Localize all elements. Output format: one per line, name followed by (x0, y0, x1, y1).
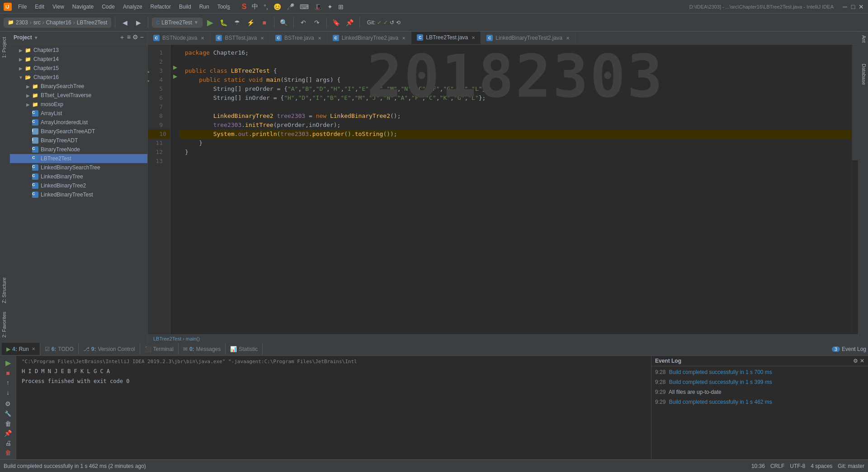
project-tool-window[interactable]: 1: Project (0, 33, 9, 61)
messages-tab[interactable]: ✉ 0: Messages (179, 343, 226, 355)
tree-item-binarysearchtree[interactable]: ▶ 📁 BinarySearchTree (10, 82, 147, 91)
tree-item-chapter13[interactable]: ▶ 📁 Chapter13 (10, 46, 147, 55)
event-log-tab-right[interactable]: 3 Event Log (832, 346, 866, 352)
tab-bsttest[interactable]: C BSTTest.java ✕ (210, 32, 270, 44)
minimize-button[interactable]: ─ (842, 4, 848, 10)
stop-button[interactable]: ■ (259, 17, 270, 28)
run-filter-button[interactable]: 🔧 (3, 410, 14, 418)
bookmark-button[interactable]: 🔖 (330, 17, 342, 28)
run-pin-button[interactable]: 📌 (3, 429, 14, 437)
menu-analyze[interactable]: Analyze (119, 3, 146, 11)
close-run-tab[interactable]: ✕ (32, 346, 35, 351)
breadcrumb-2303[interactable]: 2303 (16, 19, 28, 26)
run-stop-button[interactable]: ■ (3, 369, 14, 377)
tree-item-chapter16[interactable]: ▼ 📂 Chapter16 (10, 73, 147, 82)
tree-item-mosoexp[interactable]: ▶ 📁 mosoExp (10, 100, 147, 109)
tree-item-btset[interactable]: ▶ 📁 BTset_LevelTraverse (10, 91, 147, 100)
tree-item-arraylist[interactable]: C ArrayList (10, 109, 147, 118)
menu-refactor[interactable]: Refactor (147, 3, 175, 11)
dropdown-icon[interactable]: ▼ (34, 35, 38, 40)
statusbar-charset[interactable]: UTF-8 (790, 463, 805, 469)
statusbar-git[interactable]: Git: master (838, 463, 864, 469)
statusbar-line-ending[interactable]: CRLF (770, 463, 784, 469)
tab-bstree[interactable]: C BSTree.java ✕ (270, 32, 327, 44)
menu-edit[interactable]: Edit (31, 3, 48, 11)
layout-icon[interactable]: ≡ (127, 33, 131, 42)
close-button[interactable]: ✕ (858, 4, 864, 10)
breadcrumb-class[interactable]: LBTree2Test (153, 336, 181, 341)
database-tool-window[interactable]: Database (859, 60, 868, 89)
tree-item-chapter15[interactable]: ▶ 📁 Chapter15 (10, 64, 147, 73)
event-link-2[interactable]: Build completed successfully in 1 s 399 … (669, 379, 772, 385)
forward-button[interactable]: ▶ (132, 17, 144, 28)
run-start-button[interactable]: ▶ (3, 359, 14, 367)
redo-button[interactable]: ↷ (311, 17, 323, 28)
run-scroll-up[interactable]: ↑ (3, 379, 14, 387)
structure-tool-window[interactable]: Z: Structure (0, 274, 9, 307)
tab-bstnode[interactable]: C BSTNode.java ✕ (148, 32, 210, 44)
gutter-run-4[interactable]: ▶ (170, 72, 179, 81)
menu-tools[interactable]: Tools (214, 3, 234, 11)
event-link-4[interactable]: Build completed successfully in 1 s 462 … (669, 399, 772, 405)
menu-run[interactable]: Run (196, 3, 213, 11)
run-tab[interactable]: ▶ 4: Run ✕ (2, 343, 40, 355)
tree-item-binarysearchtreeadt[interactable]: I BinarySearchTreeADT (10, 127, 147, 136)
close-tab-bsttest[interactable]: ✕ (260, 36, 264, 41)
run-trash-button[interactable]: 🗑 (3, 449, 14, 457)
editor-scrollbar[interactable] (852, 45, 858, 334)
add-icon[interactable]: ＋ (119, 33, 125, 42)
gutter-run-3[interactable]: ▶ (170, 63, 179, 72)
close-tab-bstnode[interactable]: ✕ (201, 36, 204, 41)
run-button[interactable]: ▶ (204, 17, 216, 28)
collapse-icon[interactable]: − (140, 33, 144, 42)
event-link-1[interactable]: Build completed successfully in 1 s 700 … (669, 369, 772, 375)
profile-button[interactable]: ⚡ (245, 17, 257, 28)
code-editor[interactable]: package Chapter16; public class LBTree2T… (179, 45, 852, 334)
git-checkmark-2[interactable]: ✓ (383, 19, 388, 26)
maximize-button[interactable]: □ (850, 4, 856, 10)
tab-linkedbinarytree2[interactable]: C LinkedBinaryTree2.java ✕ (327, 32, 412, 44)
git-sync[interactable]: ↺ (390, 19, 394, 26)
run-scroll-down[interactable]: ↓ (3, 388, 14, 397)
menu-navigate[interactable]: Navigate (69, 3, 97, 11)
statistic-tab[interactable]: 📊 Statistic (226, 343, 263, 355)
back-button[interactable]: ◀ (119, 17, 131, 28)
close-tab-lbt2[interactable]: ✕ (402, 36, 406, 41)
undo-button[interactable]: ↶ (297, 17, 309, 28)
debug-button[interactable]: 🐛 (218, 17, 230, 28)
statusbar-indent[interactable]: 4 spaces (811, 463, 832, 469)
settings-icon[interactable]: ⚙ (132, 33, 138, 42)
breadcrumb-src[interactable]: src (33, 19, 41, 26)
menu-code[interactable]: Code (98, 3, 118, 11)
pin-button[interactable]: 📌 (344, 17, 356, 28)
coverage-button[interactable]: ☂ (231, 17, 243, 28)
tree-item-linkedbinarytree2[interactable]: C LinkedBinaryTree2 (10, 181, 147, 190)
tree-item-chapter14[interactable]: ▶ 📁 Chapter14 (10, 55, 147, 64)
menu-view[interactable]: View (49, 3, 68, 11)
todo-tab[interactable]: ☑ 6: TODO (40, 343, 79, 355)
close-tab-bstree[interactable]: ✕ (318, 36, 321, 41)
tree-item-binarytreeadt[interactable]: I BinaryTreeADT (10, 136, 147, 145)
close-tab-lbtttest2[interactable]: ✕ (566, 36, 570, 41)
event-settings-icon[interactable]: ⚙ (853, 358, 858, 364)
ant-tool-window[interactable]: Ant (859, 32, 868, 47)
breadcrumb-method[interactable]: main() (186, 336, 200, 341)
tab-lbtree2test[interactable]: C LBTree2Test.java ✕ (411, 32, 481, 44)
run-print-button[interactable]: 🖨 (3, 439, 14, 447)
event-close-icon[interactable]: ✕ (860, 358, 864, 364)
breadcrumb-chapter16[interactable]: Chapter16 (46, 19, 71, 26)
tab-linkedbinarytreetest2[interactable]: C LinkedBinaryTreeTest2.java ✕ (481, 32, 576, 44)
tree-item-lbtree2test[interactable]: C LBTree2Test (10, 154, 147, 163)
version-control-tab[interactable]: ⎇ 9: Version Control (79, 343, 140, 355)
tree-item-linkedbinarytree[interactable]: C LinkedBinaryTree (10, 172, 147, 181)
menu-file[interactable]: File (14, 3, 30, 11)
tree-item-linkedbinarytreetest[interactable]: C LinkedBinaryTreeTest (10, 190, 147, 199)
run-config-selector[interactable]: C LBTree2Test ▼ (152, 18, 202, 28)
close-tab-lbtree2test[interactable]: ✕ (472, 35, 475, 40)
git-history[interactable]: ⟲ (396, 19, 401, 26)
breadcrumb-file[interactable]: LBTree2Test (77, 19, 108, 26)
find-usages-button[interactable]: 🔍 (278, 17, 290, 28)
run-settings-button[interactable]: ⚙ (3, 400, 14, 408)
terminal-tab[interactable]: ⬛ Terminal (140, 343, 179, 355)
menu-build[interactable]: Build (175, 3, 195, 11)
